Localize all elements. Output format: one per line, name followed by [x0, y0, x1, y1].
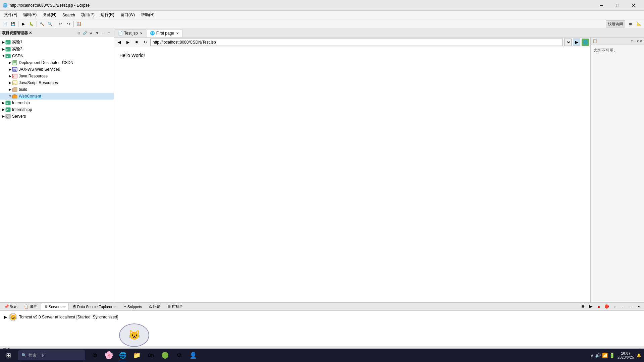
- menu-help[interactable]: 帮助(H): [138, 11, 157, 18]
- menu-search[interactable]: Search: [60, 12, 78, 18]
- bottom-panel-btn4[interactable]: ↓: [611, 303, 619, 310]
- toolbar-build[interactable]: 🔨: [38, 20, 46, 28]
- quick-access-btn[interactable]: 快速访问: [606, 20, 625, 27]
- tree-item-jaxws[interactable]: ▶ WS JAX-WS Web Services: [0, 66, 114, 73]
- sidebar-link[interactable]: 🔗: [82, 30, 88, 36]
- tree-item-java[interactable]: ▶ J Java Resources: [0, 73, 114, 79]
- toolbar-undo[interactable]: ↩: [57, 20, 64, 28]
- tree-item-lab1[interactable]: ▶ P 实验1: [0, 39, 114, 46]
- toolbar-perspective[interactable]: 🪟: [75, 20, 83, 28]
- tree-item-webcontent[interactable]: ▼ WebContent: [0, 93, 114, 100]
- taskbar-search-box[interactable]: 🔍 搜索一下: [18, 350, 85, 360]
- url-bar[interactable]: [150, 39, 563, 46]
- taskbar-clock[interactable]: 16:07 2020/6/25: [618, 351, 634, 359]
- toolbar-debug[interactable]: 🐛: [28, 20, 35, 28]
- bottom-tab-datasource[interactable]: 🗄 Data Source Explorer ✕: [69, 303, 120, 310]
- bottom-panel-btn3[interactable]: 🔴: [603, 303, 610, 310]
- menu-run[interactable]: 运行(R): [98, 11, 117, 18]
- sidebar-min[interactable]: ─: [100, 30, 106, 36]
- toolbar-run[interactable]: ▶: [20, 20, 27, 28]
- taskbar-greenapp[interactable]: 🟢: [158, 349, 172, 362]
- menu-file[interactable]: 文件(F): [1, 11, 20, 18]
- properties-label: 属性: [30, 304, 37, 309]
- tray-notification[interactable]: 🔔: [637, 353, 641, 358]
- taskbar-store[interactable]: 🛍: [144, 349, 158, 362]
- maximize-button[interactable]: □: [610, 0, 625, 11]
- outline-content: 大纲不可用。: [591, 45, 644, 302]
- tree-item-build[interactable]: ▶ build: [0, 86, 114, 93]
- start-button[interactable]: ⊞: [0, 349, 17, 362]
- bottom-panel-menu[interactable]: ▾: [635, 303, 643, 310]
- menu-bar: 文件(F) 编辑(E) 浏览(N) Search 项目(P) 运行(R) 窗口(…: [0, 11, 644, 19]
- toolbar-new[interactable]: 📄: [1, 20, 9, 28]
- tab-close-testjsp[interactable]: ✕: [139, 31, 143, 35]
- minimize-button[interactable]: ─: [594, 0, 609, 11]
- bottom-tab-snippets[interactable]: ✂ Snippets: [120, 303, 145, 310]
- bottom-tab-console[interactable]: 🖥 控制台: [164, 303, 186, 310]
- close-button[interactable]: ✕: [626, 0, 641, 11]
- tray-network[interactable]: 📶: [602, 353, 608, 358]
- go-button[interactable]: ▶: [573, 39, 580, 46]
- sidebar-menu[interactable]: ▾: [94, 30, 100, 36]
- snippets-label: Snippets: [127, 305, 142, 309]
- toolbar-open-perspective[interactable]: 📐: [635, 20, 643, 28]
- outline-close[interactable]: ✕: [639, 39, 642, 43]
- url-dropdown[interactable]: [564, 39, 572, 46]
- taskbar-apps: ⧉ 🌸 🌐 📁 🛍 🟢 ⚙ 👤: [88, 349, 200, 362]
- server-entry[interactable]: ▶ 😺 Tomcat v9.0 Server at localhost [Sta…: [3, 312, 641, 322]
- outline-minimize[interactable]: ─: [634, 39, 636, 43]
- toolbar-perspective2[interactable]: ⊞: [627, 20, 634, 28]
- toolbar-save[interactable]: 💾: [9, 20, 17, 28]
- tree-item-internship[interactable]: ▶ P Internship: [0, 100, 114, 106]
- tree-item-descriptor[interactable]: ▶ Deployment Descriptor: CSDN: [0, 59, 114, 66]
- taskbar-settings[interactable]: ⚙: [172, 349, 186, 362]
- tray-battery[interactable]: 🔋: [609, 353, 615, 358]
- tree-item-js[interactable]: ▶ JS JavaScript Resources: [0, 79, 114, 86]
- bottom-tab-problems[interactable]: ⚠ 问题: [146, 303, 163, 310]
- bottom-panel-btn1[interactable]: ⊟: [579, 303, 586, 310]
- sidebar-filter[interactable]: ▽: [88, 30, 94, 36]
- menu-edit[interactable]: 编辑(E): [20, 11, 39, 18]
- bottom-tab-properties[interactable]: 📋 属性: [21, 303, 40, 310]
- forward-button[interactable]: ▶: [124, 39, 131, 46]
- menu-project[interactable]: 项目(P): [78, 11, 97, 18]
- toolbar-redo[interactable]: ↪: [65, 20, 72, 28]
- stop-button[interactable]: ■: [133, 39, 140, 46]
- server-icon: 😺: [9, 313, 17, 321]
- bottom-panel-maximize[interactable]: □: [627, 303, 635, 310]
- menu-window[interactable]: 窗口(W): [118, 11, 138, 18]
- browser-extra1[interactable]: 🌐: [582, 39, 589, 46]
- tray-speaker[interactable]: 🔊: [595, 353, 601, 358]
- tree-item-lab2[interactable]: ▶ P 实验2: [0, 46, 114, 53]
- svg-text:JS: JS: [13, 82, 15, 84]
- taskbar-taskview[interactable]: ⧉: [88, 349, 101, 362]
- tab-testjsp[interactable]: 📄 Test.jsp ✕: [115, 29, 146, 37]
- outline-maximize[interactable]: □: [631, 39, 633, 43]
- tray-expand[interactable]: ∧: [590, 353, 594, 358]
- bottom-tab-marks[interactable]: 📌 标记: [1, 303, 20, 310]
- tree-item-csdn[interactable]: ▼ P CSDN: [0, 53, 114, 59]
- taskbar-right: ∧ 🔊 📶 🔋 16:07 2020/6/25 🔔: [590, 351, 644, 359]
- back-button[interactable]: ◀: [115, 39, 123, 46]
- datasource-close[interactable]: ✕: [113, 305, 117, 308]
- sidebar-max[interactable]: □: [106, 30, 112, 36]
- sidebar-collapse-all[interactable]: ⊟: [76, 30, 82, 36]
- tab-close-firstpage[interactable]: ✕: [175, 31, 179, 35]
- tab-firstpage[interactable]: 🌐 First page ✕: [147, 29, 182, 37]
- toolbar-search[interactable]: 🔍: [46, 20, 54, 28]
- bottom-panel-minimize[interactable]: ─: [619, 303, 627, 310]
- menu-browse[interactable]: 浏览(N): [40, 11, 59, 18]
- tree-item-internshipp[interactable]: ▶ P Internshipp: [0, 106, 114, 113]
- taskbar-explorer[interactable]: 📁: [130, 349, 144, 362]
- servers-close[interactable]: ✕: [62, 305, 66, 308]
- taskbar-inputmethod[interactable]: 🌸: [102, 349, 115, 362]
- refresh-button[interactable]: ↻: [142, 39, 149, 46]
- taskbar-ie[interactable]: 🌐: [116, 349, 129, 362]
- tree-item-servers[interactable]: ▶ S Servers: [0, 113, 114, 120]
- bottom-panel-stop[interactable]: ■: [595, 303, 602, 310]
- outline-menu[interactable]: ▾: [637, 39, 639, 43]
- taskbar-user[interactable]: 👤: [186, 349, 200, 362]
- bottom-tab-servers[interactable]: 🖥 Servers ✕: [41, 303, 69, 310]
- bottom-panel-btn2[interactable]: ▶: [587, 303, 594, 310]
- console-label: 控制台: [172, 304, 183, 309]
